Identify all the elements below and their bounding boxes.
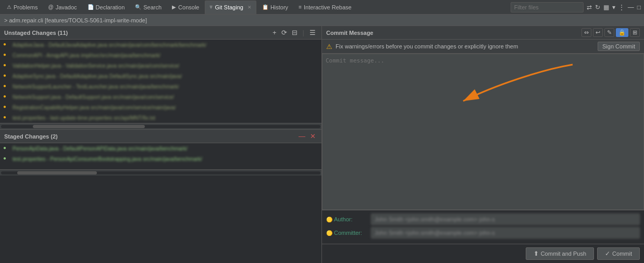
warning-bar: ⚠ Fix warnings/errors before you commit …	[322, 40, 644, 54]
unstaged-scroll-thumb	[33, 125, 145, 128]
committer-label: 🟡 Committer:	[326, 230, 368, 236]
right-panel: Commit Message ⇔ ↩ ✎ 🔒 ⊞ ⚠ Fix warnings/…	[322, 26, 644, 263]
more-action-btn[interactable]: ⊞	[630, 28, 640, 37]
unstaged-file-2[interactable]: ● CommonAPI - AmqpAPI.java impl/svc/src/…	[0, 50, 321, 60]
unstaged-file-8[interactable]: ● test.properties - last-update-time.pro…	[0, 112, 321, 123]
file-modified-icon-3: ●	[3, 62, 10, 69]
unstaged-file-3[interactable]: ● ValidationHelper.java - ValidationServ…	[0, 60, 321, 71]
staged-file-1[interactable]: ● PersonApiData.java - DefaultPersonAPID…	[0, 143, 321, 154]
unstaged-collapse-btn[interactable]: ⊟	[290, 29, 299, 36]
breadcrumb: > adm.repair.cli [features/TOOLS-5061-im…	[0, 15, 644, 26]
left-panel: Unstaged Changes (11) + ⟳ ⊟ | ☰ ● Adapti…	[0, 26, 322, 263]
commit-icon: ✓	[605, 250, 610, 257]
unstaged-file-5[interactable]: ● NetworkSupportLauncher - TestLauncher.…	[0, 81, 321, 92]
declaration-icon: 📄	[88, 4, 94, 10]
sync-btn[interactable]: ⇄	[586, 3, 593, 12]
committer-input[interactable]	[371, 227, 640, 239]
staged-title: Staged Changes (2)	[4, 133, 58, 140]
tab-history-label: History	[270, 4, 288, 10]
unstaged-menu-btn[interactable]: ☰	[308, 29, 317, 36]
console-icon: ▶	[172, 4, 176, 10]
staged-file-list[interactable]: ● PersonApiData.java - DefaultPersonAPID…	[0, 143, 321, 169]
tab-action-buttons: ⇄ ↻ ▦ ▾ ⋮ — □	[586, 3, 642, 12]
separator1: |	[301, 29, 306, 36]
staged-file-2[interactable]: ● test.properties - PersonApiConsumerBoo…	[0, 154, 321, 164]
unstaged-add-btn[interactable]: +	[271, 29, 278, 36]
unstaged-scrollbar[interactable]	[0, 123, 321, 129]
problems-icon: ⚠	[7, 4, 11, 10]
author-input[interactable]	[371, 214, 640, 225]
unstaged-title: Unstaged Changes (11)	[4, 30, 68, 36]
commit-header-actions: ⇔ ↩ ✎ 🔒 ⊞	[581, 28, 640, 37]
author-section: 🟡 Author: 🟡 Committer:	[322, 210, 644, 244]
commit-message-title: Commit Message	[326, 30, 373, 36]
settings-btn[interactable]: ⋮	[617, 3, 626, 12]
main-layout: Unstaged Changes (11) + ⟳ ⊟ | ☰ ● Adapti…	[0, 26, 644, 263]
tab-history[interactable]: 📋 History	[257, 1, 293, 14]
tab-console-label: Console	[178, 4, 199, 10]
committer-row: 🟡 Committer:	[326, 227, 640, 239]
edit-action-btn[interactable]: ✎	[604, 28, 614, 37]
staged-scroll-thumb	[17, 171, 97, 174]
tab-problems[interactable]: ⚠ Problems	[2, 1, 42, 14]
commit-push-label: Commit and Push	[541, 251, 586, 257]
staged-remove-btn[interactable]: —	[297, 132, 307, 140]
commit-button[interactable]: ✓ Commit	[597, 247, 640, 260]
warning-icon: ⚠	[326, 43, 332, 51]
tab-git-staging-close[interactable]: ✕	[247, 5, 252, 10]
tab-search[interactable]: 🔍 Search	[130, 1, 166, 14]
commit-message-header: Commit Message ⇔ ↩ ✎ 🔒 ⊞	[322, 26, 644, 40]
file-modified-icon-2: ●	[3, 52, 10, 59]
unstaged-update-btn[interactable]: ⟳	[280, 29, 289, 36]
revert-action-btn[interactable]: ↩	[593, 28, 603, 37]
staged-header: Staged Changes (2) — ✕	[0, 130, 321, 143]
tab-javadoc[interactable]: @ Javadoc	[43, 1, 81, 14]
maximize-btn[interactable]: □	[636, 3, 642, 12]
dropdown-btn[interactable]: ▾	[611, 3, 616, 12]
staged-scrollbar[interactable]	[0, 169, 321, 176]
sign-commit-action-btn[interactable]: 🔒	[616, 28, 628, 37]
file-modified-icon-7: ●	[3, 104, 10, 111]
unstaged-file-6[interactable]: ● NetworkSupport.java - DefaultSupport.j…	[0, 92, 321, 102]
commit-textarea-area	[322, 54, 644, 210]
unstaged-scroll-track	[1, 125, 320, 128]
git-staging-icon: ⑂	[209, 4, 213, 10]
commit-label: Commit	[612, 251, 632, 257]
history-icon: 📋	[262, 4, 268, 10]
author-label: 🟡 Author:	[326, 216, 368, 222]
tab-git-staging[interactable]: ⑂ Git Staging ✕	[205, 1, 256, 14]
commit-message-input[interactable]	[323, 54, 643, 209]
warning-text: Fix warnings/errors before you commit ch…	[336, 43, 518, 49]
search-tab-icon: 🔍	[135, 4, 141, 10]
interactive-rebase-icon: ≡	[299, 4, 302, 10]
tab-javadoc-label: Javadoc	[56, 4, 77, 10]
refresh-btn[interactable]: ↻	[594, 3, 601, 12]
staged-file-icon-1: ●	[3, 145, 10, 152]
file-modified-icon-8: ●	[3, 114, 10, 121]
author-icon: 🟡	[326, 217, 332, 222]
tab-declaration[interactable]: 📄 Declaration	[83, 1, 130, 14]
tab-filter-area: ⇄ ↻ ▦ ▾ ⋮ — □	[511, 2, 642, 12]
filter-files-input[interactable]	[511, 2, 584, 12]
unstaged-file-list[interactable]: ● AdaptiveJava - DefaultJavaAdaptive.jav…	[0, 40, 321, 123]
unstaged-file-7[interactable]: ● RegistrationCapabilityHelper.java src/…	[0, 102, 321, 112]
diff-action-btn[interactable]: ⇔	[581, 28, 591, 37]
minimize-btn[interactable]: —	[627, 3, 635, 12]
unstaged-file-1[interactable]: ● AdaptiveJava - DefaultJavaAdaptive.jav…	[0, 40, 321, 50]
tab-bar: ⚠ Problems @ Javadoc 📄 Declaration 🔍 Sea…	[0, 0, 644, 15]
javadoc-icon: @	[48, 4, 53, 10]
file-modified-icon-5: ●	[3, 83, 10, 90]
tab-search-label: Search	[143, 4, 162, 10]
unstaged-file-4[interactable]: ● AdaptiveSync.java - DefaultAdaptive.ja…	[0, 71, 321, 81]
commit-buttons: ⬆ Commit and Push ✓ Commit	[322, 244, 644, 263]
staged-section: Staged Changes (2) — ✕ ● PersonApiData.j…	[0, 129, 321, 176]
staged-file-icon-2: ●	[3, 155, 10, 162]
tab-console[interactable]: ▶ Console	[167, 1, 204, 14]
sign-commit-button[interactable]: Sign Commit	[598, 42, 640, 51]
staged-remove2-btn[interactable]: ✕	[308, 132, 317, 140]
tab-problems-label: Problems	[14, 4, 38, 10]
staged-scroll-track	[1, 171, 320, 174]
layout-btn[interactable]: ▦	[602, 3, 610, 12]
commit-and-push-button[interactable]: ⬆ Commit and Push	[526, 247, 594, 260]
tab-interactive-rebase[interactable]: ≡ Interactive Rebase	[294, 1, 356, 14]
